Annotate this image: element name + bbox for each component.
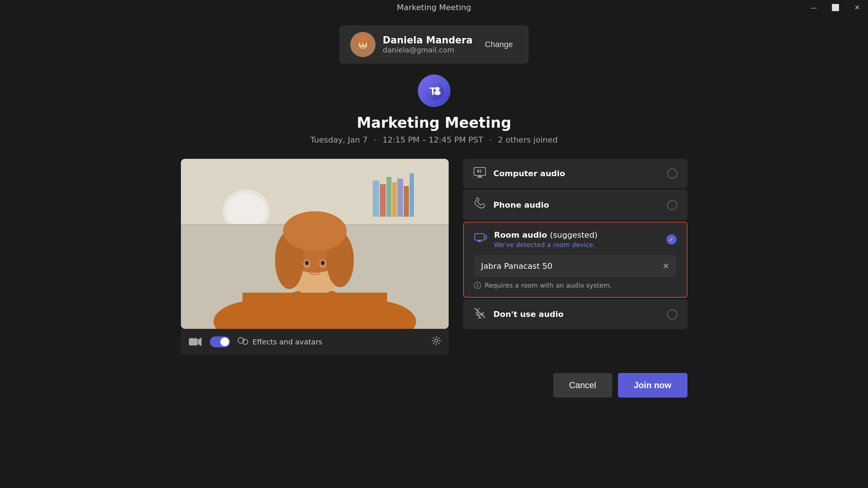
svg-marker-48 <box>477 169 479 173</box>
room-audio-note: i Requires a room with an audio system. <box>474 281 677 289</box>
meeting-info: Tuesday, Jan 7 · 12:15 PM – 12:45 PM PST… <box>310 135 558 144</box>
svg-text:i: i <box>477 283 478 288</box>
room-audio-option[interactable]: Room audio (suggested) We've detected a … <box>463 222 687 298</box>
actions-row: Cancel Join now <box>181 373 687 398</box>
svg-rect-21 <box>404 186 409 217</box>
svg-rect-20 <box>397 179 403 217</box>
video-panel: Effects and avatars <box>181 159 449 355</box>
svg-point-31 <box>283 211 347 251</box>
window-title: Marketing Meeting <box>397 3 471 12</box>
computer-audio-title: Computer audio <box>494 169 660 178</box>
svg-point-7 <box>356 35 369 43</box>
no-audio-icon <box>473 307 486 321</box>
svg-point-10 <box>435 87 440 91</box>
svg-rect-47 <box>477 177 483 178</box>
phone-audio-radio <box>667 200 677 210</box>
phone-audio-option[interactable]: Phone audio <box>463 190 687 220</box>
cancel-button[interactable]: Cancel <box>553 373 612 398</box>
phone-audio-icon <box>473 198 486 212</box>
svg-rect-16 <box>373 181 379 217</box>
svg-rect-51 <box>477 241 482 242</box>
content-row: Effects and avatars <box>181 159 687 355</box>
room-audio-icon <box>474 233 487 246</box>
room-audio-device: Jabra Panacast 50 ✕ <box>474 255 677 277</box>
camera-icon <box>188 335 203 349</box>
room-audio-radio <box>666 234 677 245</box>
svg-point-11 <box>434 91 441 95</box>
svg-point-5 <box>360 43 362 45</box>
device-name: Jabra Panacast 50 <box>481 262 552 271</box>
settings-icon[interactable] <box>431 336 441 348</box>
no-audio-option[interactable]: Don't use audio <box>463 299 687 329</box>
video-background <box>181 159 449 329</box>
svg-point-44 <box>435 339 438 342</box>
room-audio-subtitle: We've detected a room device. <box>494 241 659 249</box>
svg-point-34 <box>305 261 309 265</box>
user-name: Daniela Mandera <box>383 35 473 46</box>
video-toggle[interactable] <box>210 336 230 347</box>
svg-rect-50 <box>478 240 480 241</box>
audio-panel: Computer audio Phone audio <box>463 159 687 329</box>
device-close-button[interactable]: ✕ <box>662 262 669 271</box>
join-now-button[interactable]: Join now <box>618 373 687 398</box>
effects-label: Effects and avatars <box>253 338 322 346</box>
title-bar: Marketing Meeting — ⬜ ✕ <box>0 0 868 14</box>
minimize-button[interactable]: — <box>803 0 825 14</box>
no-audio-title: Don't use audio <box>494 310 660 319</box>
svg-rect-22 <box>410 173 414 217</box>
window-controls: — ⬜ ✕ <box>803 0 868 14</box>
meeting-date: Tuesday, Jan 7 <box>310 135 368 144</box>
close-button[interactable]: ✕ <box>846 0 868 14</box>
no-audio-radio <box>667 309 677 319</box>
svg-rect-19 <box>392 182 397 217</box>
computer-audio-option[interactable]: Computer audio <box>463 159 687 188</box>
video-container <box>181 159 449 329</box>
svg-marker-40 <box>198 338 202 346</box>
main-content: Daniela Mandera daniela@gmail.com Change… <box>0 14 868 488</box>
device-note: Requires a room with an audio system. <box>485 281 612 289</box>
svg-rect-38 <box>242 293 387 329</box>
svg-rect-18 <box>386 177 391 217</box>
teams-logo: T <box>418 75 450 107</box>
meeting-others: 2 others joined <box>498 135 558 144</box>
video-controls-bar: Effects and avatars <box>181 329 449 355</box>
meeting-time: 12:15 PM – 12:45 PM PST <box>382 135 483 144</box>
svg-text:T: T <box>429 85 436 97</box>
effects-avatars-button[interactable]: Effects and avatars <box>237 337 424 347</box>
maximize-button[interactable]: ⬜ <box>825 0 846 14</box>
user-email: daniela@gmail.com <box>383 46 473 54</box>
change-button[interactable]: Change <box>480 38 518 51</box>
avatar <box>350 32 376 57</box>
room-audio-title: Room audio (suggested) <box>494 230 659 239</box>
svg-point-35 <box>321 261 325 265</box>
phone-audio-title: Phone audio <box>494 200 660 209</box>
computer-audio-icon <box>473 167 486 180</box>
svg-rect-46 <box>478 175 481 177</box>
computer-audio-radio <box>667 169 677 179</box>
svg-rect-17 <box>380 184 386 217</box>
user-card: Daniela Mandera daniela@gmail.com Change <box>339 25 529 64</box>
user-info: Daniela Mandera daniela@gmail.com <box>383 35 473 54</box>
svg-point-6 <box>364 43 365 45</box>
svg-rect-49 <box>475 234 484 240</box>
meeting-title: Marketing Meeting <box>357 114 511 131</box>
svg-rect-39 <box>189 338 198 345</box>
